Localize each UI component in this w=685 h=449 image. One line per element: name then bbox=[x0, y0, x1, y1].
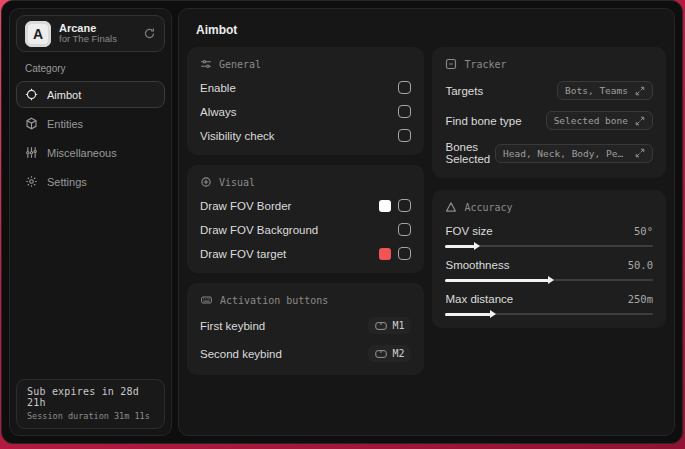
mouse-icon bbox=[375, 349, 387, 359]
sliders-icon bbox=[25, 146, 38, 159]
scope-icon bbox=[200, 176, 212, 188]
visibility-check-checkbox[interactable] bbox=[398, 129, 411, 142]
sidebar: A Arcane for The Finals Category Aimbot bbox=[9, 8, 172, 436]
panel-title: Visual bbox=[219, 177, 255, 188]
keybind-value: M2 bbox=[392, 348, 404, 359]
find-bone-type-dropdown[interactable]: Selected bone bbox=[546, 111, 653, 130]
minus-square-icon bbox=[445, 58, 457, 70]
sidebar-nav: Aimbot Entities Miscellaneous bbox=[10, 81, 171, 197]
setting-label: First keybind bbox=[200, 320, 265, 332]
setting-row-find-bone-type: Find bone type Selected bone bbox=[445, 111, 653, 130]
enable-checkbox[interactable] bbox=[398, 81, 411, 94]
setting-row-targets: Targets Bots, Teams bbox=[445, 81, 653, 100]
sidebar-item-aimbot[interactable]: Aimbot bbox=[16, 81, 165, 108]
panel-title: Accuracy bbox=[464, 202, 512, 213]
setting-row-smoothness: Smoothness 50.0 bbox=[445, 259, 653, 281]
fov-border-color-swatch[interactable] bbox=[379, 200, 391, 212]
sidebar-item-settings[interactable]: Settings bbox=[16, 168, 165, 195]
expand-icon bbox=[635, 86, 645, 96]
dropdown-value: Bots, Teams bbox=[565, 85, 628, 96]
setting-label: Find bone type bbox=[445, 115, 521, 127]
setting-label: Targets bbox=[445, 85, 483, 97]
setting-row-bones-selected: Bones Selected Head, Neck, Body, Pe.. bbox=[445, 141, 653, 165]
panel-tracker: Tracker Targets Bots, Teams bbox=[432, 47, 666, 178]
setting-row-first-keybind: First keybind M1 bbox=[200, 317, 411, 334]
crosshair-icon bbox=[25, 88, 38, 101]
keybind-value: M1 bbox=[392, 320, 404, 331]
fov-size-slider[interactable] bbox=[445, 245, 653, 247]
bones-selected-dropdown[interactable]: Head, Neck, Body, Pe.. bbox=[495, 144, 653, 163]
app-window: A Arcane for The Finals Category Aimbot bbox=[1, 0, 683, 444]
slider-value: 250m bbox=[628, 293, 653, 305]
setting-row-fov-background: Draw FOV Background bbox=[200, 223, 411, 236]
setting-row-fov-size: FOV size 50° bbox=[445, 225, 653, 247]
triangle-icon bbox=[445, 201, 457, 213]
app-header-card: A Arcane for The Finals bbox=[16, 15, 165, 52]
setting-label: Draw FOV Background bbox=[200, 224, 318, 236]
setting-row-fov-target: Draw FOV target bbox=[200, 247, 411, 260]
panel-general: General Enable Always Visibility check bbox=[187, 47, 424, 155]
slider-value: 50.0 bbox=[628, 259, 653, 271]
smoothness-slider[interactable] bbox=[445, 279, 653, 281]
sub-expiry-text: Sub expires in 28d 21h bbox=[27, 386, 154, 408]
app-subtitle: for The Finals bbox=[59, 34, 135, 45]
sidebar-item-miscellaneous[interactable]: Miscellaneous bbox=[16, 139, 165, 166]
sidebar-item-label: Entities bbox=[47, 118, 83, 130]
always-checkbox[interactable] bbox=[398, 105, 411, 118]
setting-row-always: Always bbox=[200, 105, 411, 118]
dropdown-value: Head, Neck, Body, Pe.. bbox=[503, 148, 628, 159]
fov-target-color-swatch[interactable] bbox=[379, 248, 391, 260]
subscription-card: Sub expires in 28d 21h Session duration … bbox=[16, 379, 165, 429]
session-duration-text: Session duration 31m 11s bbox=[27, 411, 154, 421]
max-distance-slider[interactable] bbox=[445, 313, 653, 315]
slider-value: 50° bbox=[634, 225, 653, 237]
app-logo: A bbox=[25, 21, 51, 47]
sliders-horizontal-icon bbox=[200, 58, 212, 70]
fov-background-checkbox[interactable] bbox=[398, 223, 411, 236]
setting-label: Max distance bbox=[445, 293, 513, 305]
setting-row-fov-border: Draw FOV Border bbox=[200, 199, 411, 212]
setting-label: Draw FOV Border bbox=[200, 200, 291, 212]
fov-target-checkbox[interactable] bbox=[398, 247, 411, 260]
panel-title: Activation buttons bbox=[220, 295, 328, 306]
setting-label: Enable bbox=[200, 82, 236, 94]
fov-border-checkbox[interactable] bbox=[398, 199, 411, 212]
expand-icon bbox=[635, 116, 645, 126]
setting-label: Visibility check bbox=[200, 130, 275, 142]
sidebar-item-label: Aimbot bbox=[47, 89, 81, 101]
setting-label: Smoothness bbox=[445, 259, 509, 271]
main-content: Aimbot General Enable bbox=[178, 8, 675, 436]
setting-row-visibility-check: Visibility check bbox=[200, 129, 411, 142]
setting-label: FOV size bbox=[445, 225, 492, 237]
panel-accuracy: Accuracy FOV size 50° Smoothness bbox=[432, 190, 666, 328]
page-title: Aimbot bbox=[179, 9, 674, 47]
keyboard-icon bbox=[200, 294, 213, 306]
category-label: Category bbox=[25, 63, 171, 74]
setting-label: Always bbox=[200, 106, 236, 118]
expand-icon bbox=[635, 148, 645, 158]
box-icon bbox=[25, 117, 38, 130]
setting-row-second-keybind: Second keybind M2 bbox=[200, 345, 411, 362]
setting-label: Bones Selected bbox=[445, 141, 495, 165]
panel-visual: Visual Draw FOV Border Draw FOV Backgrou… bbox=[187, 165, 424, 273]
gear-icon bbox=[25, 175, 38, 188]
panel-title: Tracker bbox=[464, 59, 506, 70]
panel-title: General bbox=[219, 59, 261, 70]
mouse-icon bbox=[375, 321, 387, 331]
panel-activation-buttons: Activation buttons First keybind M1 bbox=[187, 283, 424, 375]
second-keybind-button[interactable]: M2 bbox=[368, 345, 411, 362]
sidebar-item-label: Miscellaneous bbox=[47, 147, 117, 159]
setting-row-max-distance: Max distance 250m bbox=[445, 293, 653, 315]
sidebar-item-entities[interactable]: Entities bbox=[16, 110, 165, 137]
refresh-icon[interactable] bbox=[143, 27, 156, 40]
setting-row-enable: Enable bbox=[200, 81, 411, 94]
targets-dropdown[interactable]: Bots, Teams bbox=[557, 81, 653, 100]
first-keybind-button[interactable]: M1 bbox=[368, 317, 411, 334]
dropdown-value: Selected bone bbox=[554, 115, 628, 126]
setting-label: Draw FOV target bbox=[200, 248, 286, 260]
sidebar-item-label: Settings bbox=[47, 176, 87, 188]
setting-label: Second keybind bbox=[200, 348, 282, 360]
